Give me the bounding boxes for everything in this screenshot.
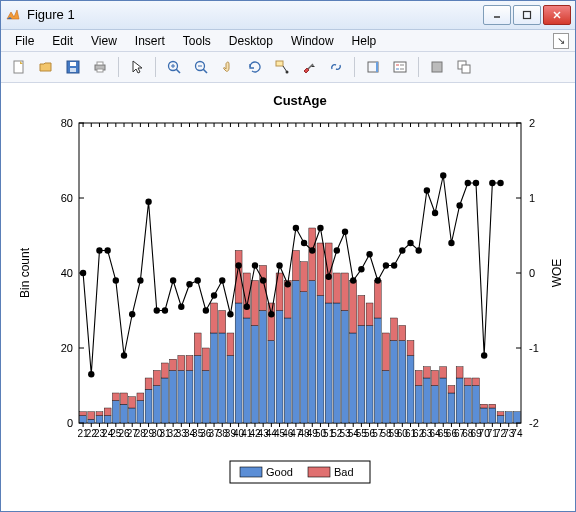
svg-rect-84 — [284, 318, 291, 423]
svg-point-163 — [252, 262, 258, 268]
svg-rect-18 — [276, 61, 283, 66]
svg-rect-64 — [202, 371, 209, 424]
svg-rect-77 — [252, 281, 259, 326]
svg-rect-74 — [243, 318, 250, 423]
svg-rect-46 — [129, 408, 136, 423]
zoom-in-icon[interactable] — [162, 55, 186, 79]
svg-rect-116 — [415, 386, 422, 424]
svg-point-150 — [145, 199, 151, 205]
svg-rect-106 — [374, 318, 381, 423]
colorbar-icon[interactable] — [361, 55, 385, 79]
show-tools-icon[interactable] — [452, 55, 476, 79]
dock-toggle-icon[interactable]: ↘ — [553, 33, 569, 49]
svg-rect-56 — [170, 371, 177, 424]
svg-text:WOE: WOE — [550, 259, 564, 288]
menu-edit[interactable]: Edit — [44, 32, 81, 50]
svg-rect-89 — [301, 262, 308, 292]
svg-text:CustAge: CustAge — [273, 93, 326, 108]
svg-rect-29 — [432, 62, 442, 72]
svg-point-164 — [260, 277, 266, 283]
menu-file[interactable]: File — [7, 32, 42, 50]
brush-icon[interactable] — [297, 55, 321, 79]
svg-rect-114 — [407, 356, 414, 424]
print-icon[interactable] — [88, 55, 112, 79]
svg-point-167 — [285, 281, 291, 287]
svg-rect-53 — [153, 371, 160, 386]
svg-text:0: 0 — [67, 417, 73, 429]
svg-rect-91 — [309, 228, 316, 281]
svg-point-146 — [113, 277, 119, 283]
svg-rect-110 — [391, 341, 398, 424]
menu-insert[interactable]: Insert — [127, 32, 173, 50]
new-figure-icon[interactable] — [7, 55, 31, 79]
svg-rect-41 — [104, 408, 111, 416]
svg-rect-90 — [309, 281, 316, 424]
svg-rect-113 — [399, 326, 406, 341]
minimize-button[interactable] — [483, 5, 511, 25]
link-data-icon[interactable] — [324, 55, 348, 79]
svg-rect-112 — [399, 341, 406, 424]
svg-rect-104 — [366, 326, 373, 424]
svg-point-190 — [473, 180, 479, 186]
svg-point-144 — [96, 247, 102, 253]
menu-window[interactable]: Window — [283, 32, 342, 50]
svg-rect-6 — [70, 62, 76, 66]
legend-icon[interactable] — [388, 55, 412, 79]
menu-view[interactable]: View — [83, 32, 125, 50]
rotate-icon[interactable] — [243, 55, 267, 79]
pan-icon[interactable] — [216, 55, 240, 79]
svg-rect-23 — [376, 62, 378, 72]
pointer-icon[interactable] — [125, 55, 149, 79]
svg-text:-2: -2 — [529, 417, 539, 429]
svg-rect-109 — [383, 333, 390, 371]
svg-rect-59 — [178, 356, 185, 371]
menubar: File Edit View Insert Tools Desktop Wind… — [1, 30, 575, 53]
svg-rect-99 — [342, 273, 349, 311]
maximize-button[interactable] — [513, 5, 541, 25]
svg-rect-379 — [240, 467, 262, 477]
svg-rect-47 — [129, 397, 136, 408]
svg-rect-138 — [505, 412, 512, 423]
svg-rect-127 — [456, 367, 463, 378]
svg-line-16 — [203, 69, 207, 73]
zoom-out-icon[interactable] — [189, 55, 213, 79]
axes[interactable]: CustAge020406080-2-101221222324252627282… — [1, 83, 575, 511]
svg-rect-62 — [194, 356, 201, 424]
svg-point-152 — [162, 307, 168, 313]
svg-point-181 — [399, 247, 405, 253]
titlebar[interactable]: Figure 1 — [1, 1, 575, 30]
menu-tools[interactable]: Tools — [175, 32, 219, 50]
svg-rect-45 — [121, 393, 128, 404]
svg-point-153 — [170, 277, 176, 283]
save-icon[interactable] — [61, 55, 85, 79]
svg-rect-100 — [350, 333, 357, 423]
svg-rect-37 — [88, 412, 95, 420]
menu-desktop[interactable]: Desktop — [221, 32, 281, 50]
svg-point-173 — [334, 247, 340, 253]
svg-rect-80 — [268, 341, 275, 424]
svg-point-178 — [375, 277, 381, 283]
svg-point-170 — [309, 247, 315, 253]
data-cursor-icon[interactable] — [270, 55, 294, 79]
svg-point-179 — [383, 262, 389, 268]
svg-point-149 — [137, 277, 143, 283]
svg-rect-132 — [481, 408, 488, 423]
svg-point-192 — [489, 180, 495, 186]
svg-text:80: 80 — [61, 117, 73, 129]
svg-rect-52 — [153, 386, 160, 424]
svg-rect-86 — [292, 281, 299, 424]
svg-rect-82 — [276, 311, 283, 424]
svg-point-185 — [432, 210, 438, 216]
svg-rect-87 — [292, 251, 299, 281]
svg-rect-51 — [145, 378, 152, 389]
svg-rect-68 — [219, 333, 226, 423]
open-icon[interactable] — [34, 55, 58, 79]
close-button[interactable] — [543, 5, 571, 25]
svg-point-159 — [219, 277, 225, 283]
svg-rect-78 — [260, 311, 267, 424]
matlab-icon — [5, 7, 21, 23]
hide-tools-icon[interactable] — [425, 55, 449, 79]
svg-rect-108 — [383, 371, 390, 424]
menu-help[interactable]: Help — [344, 32, 385, 50]
toolbar-separator — [418, 57, 419, 77]
